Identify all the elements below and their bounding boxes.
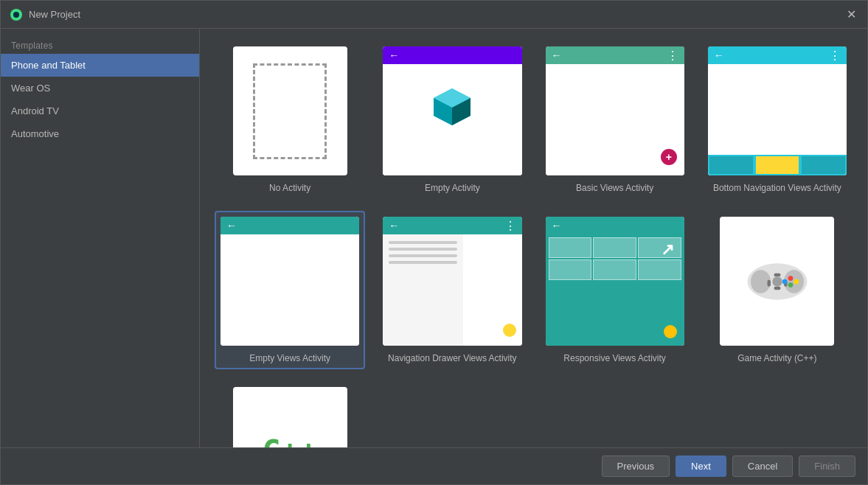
template-label-empty-activity: Empty Activity [425,183,480,193]
svg-point-17 [772,276,782,287]
responsive-back-arrow-icon: ← [552,220,562,231]
new-project-dialog: New Project ✕ Templates Phone and Tablet… [0,0,868,485]
template-card-empty-views[interactable]: ← Empty Views Activity [215,211,365,369]
template-preview-responsive-views: ← ↗ [546,217,684,346]
template-label-basic-views: Basic Views Activity [576,183,653,193]
svg-point-15 [788,282,794,287]
template-preview-game-activity [720,217,834,346]
sidebar-item-android-tv[interactable]: Android TV [1,100,199,122]
svg-rect-9 [774,273,780,276]
basic-back-arrow-icon: ← [552,49,562,61]
svg-rect-10 [774,286,780,290]
svg-point-1 [13,12,19,18]
template-card-game-activity[interactable]: Game Activity (C++) [702,211,853,369]
sidebar-item-automotive[interactable]: Automotive [1,122,199,145]
dialog-title: New Project [29,9,844,20]
template-card-no-activity[interactable]: No Activity [215,41,365,199]
sidebar-item-wear-os[interactable]: Wear OS [1,77,199,100]
template-preview-nav-drawer: ← ⋮ [383,217,521,346]
gamepad-svg [744,256,810,307]
dialog-content: Templates Phone and Tablet Wear OS Andro… [1,29,867,447]
template-preview-basic-views: ← ⋮ + [546,46,684,175]
previous-button[interactable]: Previous [602,456,670,477]
svg-point-13 [788,276,794,281]
next-button[interactable]: Next [676,456,726,477]
finish-button[interactable]: Finish [799,456,855,477]
svg-point-16 [782,279,788,284]
back-arrow-icon: ← [389,49,399,61]
template-label-game-activity: Game Activity (C++) [737,353,816,363]
template-label-nav-drawer: Navigation Drawer Views Activity [388,353,517,363]
svg-rect-11 [767,279,771,286]
template-label-responsive-views: Responsive Views Activity [563,353,666,363]
template-preview-bottom-nav: ← ⋮ [708,46,847,175]
svg-point-14 [794,279,799,284]
sidebar: Templates Phone and Tablet Wear OS Andro… [1,29,200,447]
template-preview-empty-views: ← [221,217,359,346]
template-label-bottom-nav: Bottom Navigation Views Activity [713,183,841,193]
template-label-empty-views: Empty Views Activity [249,353,330,363]
template-preview-no-activity [233,46,347,175]
sidebar-section-label: Templates [1,35,199,54]
template-card-bottom-nav[interactable]: ← ⋮ Bottom Navigation Views Activity [702,41,853,199]
cube-svg [430,85,474,129]
template-preview-empty-activity: ← [383,46,521,175]
template-card-nav-drawer[interactable]: ← ⋮ [377,211,527,369]
template-preview-native-cpp: C++ [233,387,347,447]
bottom-dots-icon: ⋮ [829,49,841,63]
nav-drawer-dots-icon: ⋮ [504,219,516,233]
android-studio-icon [10,8,23,21]
empty-views-back-arrow-icon: ← [226,220,237,231]
sidebar-item-phone-tablet[interactable]: Phone and Tablet [1,54,199,77]
template-grid-panel: No Activity ← [200,29,867,447]
template-card-basic-views[interactable]: ← ⋮ + Basic Views Activity [540,41,690,199]
cancel-button[interactable]: Cancel [732,456,793,477]
cpp-logo-text: C++ [262,433,318,447]
dialog-footer: Previous Next Cancel Finish [1,447,867,484]
template-label-no-activity: No Activity [269,183,310,193]
template-card-empty-activity[interactable]: ← Empty Activity [377,41,527,199]
template-card-responsive-views[interactable]: ← ↗ [540,211,690,369]
template-grid: No Activity ← [215,41,853,447]
bottom-back-arrow-icon: ← [714,49,724,61]
nav-drawer-back-arrow-icon: ← [389,220,399,231]
basic-dots-icon: ⋮ [667,49,678,63]
close-button[interactable]: ✕ [844,7,858,21]
template-card-native-cpp[interactable]: C++ Native C++ [215,381,365,447]
title-bar: New Project ✕ [1,1,867,29]
